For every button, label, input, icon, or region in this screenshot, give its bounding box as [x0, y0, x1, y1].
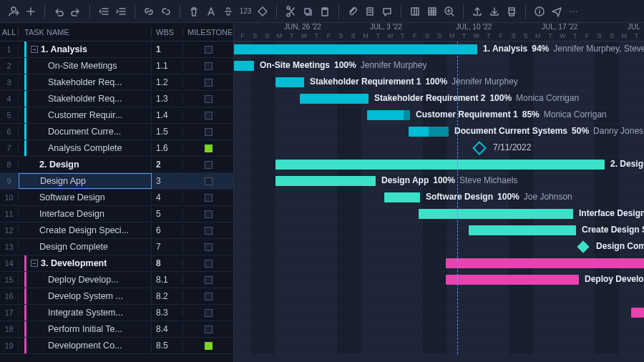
link-button[interactable] — [141, 4, 157, 19]
delete-button[interactable] — [186, 4, 202, 19]
gantt-row[interactable]: Stakeholder Requirement 2100%Monica Corr… — [234, 91, 644, 107]
gantt-row[interactable]: Design App100%Steve Michaels — [234, 173, 644, 190]
gantt-row[interactable] — [234, 321, 644, 338]
attach-button[interactable] — [345, 4, 361, 19]
milestone-checkbox[interactable] — [205, 210, 213, 218]
gantt-bar[interactable]: Design App100%Steve Michaels — [275, 176, 376, 186]
col-header-wbs[interactable]: WBS — [152, 28, 183, 36]
export-button[interactable] — [469, 4, 485, 19]
milestone-checkbox[interactable] — [205, 309, 213, 317]
task-row[interactable]: 3Stakeholder Req...1.2 — [0, 74, 233, 91]
milestone-diamond-icon[interactable] — [472, 141, 487, 155]
unlink-button[interactable] — [158, 4, 174, 19]
task-row[interactable]: 14−3. Development8 — [0, 255, 233, 272]
gantt-bar[interactable]: Interface Design100%Adam Johnson, Da — [419, 209, 573, 219]
task-row[interactable]: 11Interface Design5 — [0, 206, 233, 222]
undo-button[interactable] — [51, 4, 67, 19]
import-button[interactable] — [487, 4, 502, 19]
task-row[interactable]: 13Design Complete7 — [0, 239, 233, 255]
task-row[interactable]: 7Analysis Complete1.6 — [0, 140, 233, 157]
gantt-row[interactable]: 1. Analysis94%Jennifer Murphey, Steve — [234, 41, 644, 58]
format-button[interactable] — [203, 4, 219, 19]
gantt-row[interactable] — [234, 338, 644, 354]
milestone-checkbox[interactable] — [205, 145, 213, 152]
outdent-button[interactable] — [96, 4, 112, 19]
gantt-row[interactable]: Stakeholder Requirement 1100%Jennifer Mu… — [234, 74, 644, 91]
paste-button[interactable] — [317, 4, 333, 19]
milestone-checkbox[interactable] — [205, 194, 213, 202]
gantt-chart[interactable]: JUN, 26 '22JUL, 3 '22JUL, 10 '22JUL, 17 … — [234, 23, 644, 362]
gantt-row[interactable] — [234, 255, 644, 272]
add-user-button[interactable] — [6, 4, 21, 19]
milestone-checkbox[interactable] — [205, 260, 213, 268]
gantt-bar[interactable]: Document Current Systems50%Danny Jones — [409, 127, 449, 137]
collapse-icon[interactable]: − — [31, 260, 38, 267]
gantt-bar[interactable]: 1. Analysis94%Jennifer Murphey, Steve — [234, 44, 477, 54]
gantt-row[interactable]: Design Com — [234, 239, 644, 255]
col-header-milestone[interactable]: MILESTONE — [183, 28, 233, 36]
gantt-bar[interactable]: On-Site Meetings100%Jennifer Murphey — [234, 61, 254, 71]
gantt-row[interactable] — [234, 288, 644, 305]
gantt-bar[interactable]: Software Design100%Joe Johnson — [384, 192, 420, 202]
gantt-row[interactable]: Customer Requirement 185%Monica Corrigan — [234, 107, 644, 124]
col-header-task[interactable]: TASK NAME — [19, 28, 152, 36]
milestone-checkbox[interactable] — [205, 128, 213, 136]
task-row[interactable]: 82. Design2 — [0, 157, 233, 173]
task-row[interactable]: 6Document Curre...1.5 — [0, 124, 233, 140]
gantt-bar[interactable]: Create Design S — [469, 225, 576, 235]
milestone-checkbox[interactable] — [205, 276, 213, 284]
task-row[interactable]: 9Design App3 — [0, 173, 233, 190]
milestone-checkbox[interactable] — [205, 177, 213, 185]
task-row[interactable]: 15Deploy Develop...8.1 — [0, 272, 233, 288]
more-button[interactable] — [566, 4, 582, 19]
indent-button[interactable] — [113, 4, 129, 19]
strikethrough-button[interactable] — [220, 4, 236, 19]
task-row[interactable]: 4Stakeholder Req...1.3 — [0, 91, 233, 107]
add-button[interactable] — [23, 4, 39, 19]
milestone-checkbox[interactable] — [205, 161, 213, 169]
gantt-bar[interactable]: 2. Design77% — [275, 160, 605, 170]
task-row[interactable]: 18Perform Initial Te...8.4 — [0, 321, 233, 338]
gantt-bar[interactable]: Stakeholder Requirement 2100%Monica Corr… — [300, 94, 369, 104]
col-header-all[interactable]: ALL — [0, 28, 19, 36]
gantt-row[interactable]: 2. Design77% — [234, 157, 644, 173]
gantt-body[interactable]: 1. Analysis94%Jennifer Murphey, SteveOn-… — [234, 41, 644, 354]
task-row[interactable]: 5Customer Requir...1.4 — [0, 107, 233, 124]
task-row[interactable]: 12Create Design Speci...6 — [0, 222, 233, 239]
gantt-bar[interactable] — [446, 258, 644, 268]
task-row[interactable]: 1−1. Analysis1 — [0, 41, 233, 58]
milestone-checkbox[interactable] — [205, 342, 213, 350]
milestone-checkbox[interactable] — [205, 293, 213, 300]
gantt-row[interactable]: Interface Design100%Adam Johnson, Da — [234, 206, 644, 222]
collapse-icon[interactable]: − — [31, 46, 38, 53]
task-row[interactable]: 2On-Site Meetings1.1 — [0, 58, 233, 74]
milestone-checkbox[interactable] — [205, 112, 213, 119]
gantt-row[interactable] — [234, 305, 644, 321]
gantt-row[interactable]: Create Design S — [234, 222, 644, 239]
notes-button[interactable] — [362, 4, 378, 19]
copy-button[interactable] — [300, 4, 316, 19]
milestone-checkbox[interactable] — [205, 227, 213, 235]
cut-button[interactable] — [283, 4, 298, 19]
task-row[interactable]: 19Development Co...8.5 — [0, 338, 233, 354]
milestone-checkbox[interactable] — [205, 243, 213, 251]
gantt-row[interactable]: Deploy Develop — [234, 272, 644, 288]
milestone-checkbox[interactable] — [205, 95, 213, 103]
gantt-bar[interactable] — [631, 308, 644, 318]
send-button[interactable] — [549, 4, 565, 19]
milestone-checkbox[interactable] — [205, 46, 213, 54]
milestone-diamond-icon[interactable] — [577, 241, 590, 253]
task-row[interactable]: 17Integrate System...8.3 — [0, 305, 233, 321]
grid-button[interactable] — [424, 4, 440, 19]
milestone-checkbox[interactable] — [205, 326, 213, 333]
gantt-bar[interactable]: Stakeholder Requirement 1100%Jennifer Mu… — [275, 77, 304, 87]
milestone-checkbox[interactable] — [205, 79, 213, 87]
redo-button[interactable] — [68, 4, 84, 19]
task-row[interactable]: 16Develop System ...8.2 — [0, 288, 233, 305]
zoom-button[interactable] — [441, 4, 457, 19]
task-row[interactable]: 10Software Design4 — [0, 190, 233, 206]
columns-button[interactable] — [407, 4, 423, 19]
diamond-button[interactable] — [255, 4, 270, 19]
milestone-checkbox[interactable] — [205, 62, 213, 70]
info-button[interactable] — [532, 4, 547, 19]
